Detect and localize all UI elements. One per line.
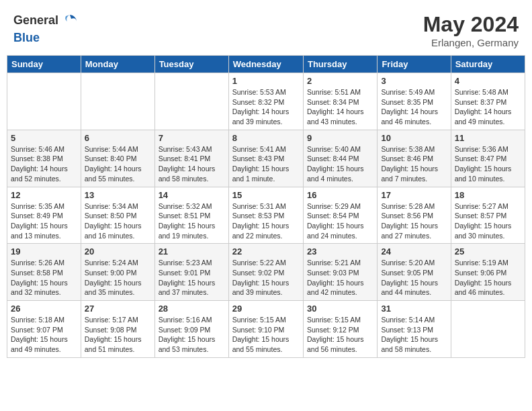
day-cell: 10Sunrise: 5:38 AM Sunset: 8:46 PM Dayli…	[378, 130, 451, 187]
day-info: Sunrise: 5:49 AM Sunset: 8:35 PM Dayligh…	[381, 87, 447, 127]
week-row-4: 19Sunrise: 5:26 AM Sunset: 8:58 PM Dayli…	[7, 244, 525, 301]
day-cell: 26Sunrise: 5:18 AM Sunset: 9:07 PM Dayli…	[7, 301, 81, 358]
day-number: 15	[232, 190, 300, 200]
day-cell: 16Sunrise: 5:29 AM Sunset: 8:54 PM Dayli…	[303, 187, 377, 244]
day-number: 30	[307, 304, 373, 314]
day-number: 27	[85, 304, 151, 314]
day-cell: 2Sunrise: 5:51 AM Sunset: 8:34 PM Daylig…	[303, 73, 377, 130]
day-cell: 13Sunrise: 5:34 AM Sunset: 8:50 PM Dayli…	[81, 187, 154, 244]
day-cell: 27Sunrise: 5:17 AM Sunset: 9:08 PM Dayli…	[81, 301, 154, 358]
day-cell: 24Sunrise: 5:20 AM Sunset: 9:05 PM Dayli…	[378, 244, 451, 301]
day-info: Sunrise: 5:26 AM Sunset: 8:58 PM Dayligh…	[11, 258, 77, 298]
week-row-2: 5Sunrise: 5:46 AM Sunset: 8:38 PM Daylig…	[7, 130, 525, 187]
day-cell: 3Sunrise: 5:49 AM Sunset: 8:35 PM Daylig…	[378, 73, 451, 130]
day-info: Sunrise: 5:35 AM Sunset: 8:49 PM Dayligh…	[11, 201, 77, 241]
column-header-sunday: Sunday	[7, 56, 81, 73]
column-header-friday: Friday	[378, 56, 451, 73]
day-info: Sunrise: 5:53 AM Sunset: 8:32 PM Dayligh…	[232, 87, 300, 127]
day-number: 12	[11, 190, 77, 200]
day-number: 9	[307, 133, 373, 143]
logo-general: General	[13, 13, 58, 27]
day-number: 2	[307, 76, 373, 86]
day-info: Sunrise: 5:51 AM Sunset: 8:34 PM Dayligh…	[307, 87, 373, 127]
day-info: Sunrise: 5:20 AM Sunset: 9:05 PM Dayligh…	[381, 258, 447, 298]
day-info: Sunrise: 5:46 AM Sunset: 8:38 PM Dayligh…	[11, 144, 77, 184]
day-number: 6	[85, 133, 151, 143]
day-number: 31	[381, 304, 447, 314]
day-info: Sunrise: 5:31 AM Sunset: 8:53 PM Dayligh…	[232, 201, 300, 241]
day-cell: 8Sunrise: 5:41 AM Sunset: 8:43 PM Daylig…	[228, 130, 303, 187]
day-cell: 17Sunrise: 5:28 AM Sunset: 8:56 PM Dayli…	[378, 187, 451, 244]
day-cell: 12Sunrise: 5:35 AM Sunset: 8:49 PM Dayli…	[7, 187, 81, 244]
day-info: Sunrise: 5:19 AM Sunset: 9:06 PM Dayligh…	[455, 258, 521, 298]
day-cell: 6Sunrise: 5:44 AM Sunset: 8:40 PM Daylig…	[81, 130, 154, 187]
title-area: May 2024 Erlangen, Germany	[423, 12, 519, 48]
week-row-3: 12Sunrise: 5:35 AM Sunset: 8:49 PM Dayli…	[7, 187, 525, 244]
day-cell: 1Sunrise: 5:53 AM Sunset: 8:32 PM Daylig…	[228, 73, 303, 130]
day-cell: 21Sunrise: 5:23 AM Sunset: 9:01 PM Dayli…	[154, 244, 228, 301]
day-info: Sunrise: 5:36 AM Sunset: 8:47 PM Dayligh…	[455, 144, 521, 184]
day-cell: 23Sunrise: 5:21 AM Sunset: 9:03 PM Dayli…	[303, 244, 377, 301]
day-info: Sunrise: 5:28 AM Sunset: 8:56 PM Dayligh…	[381, 201, 447, 241]
day-number: 18	[455, 190, 521, 200]
day-info: Sunrise: 5:40 AM Sunset: 8:44 PM Dayligh…	[307, 144, 373, 184]
day-info: Sunrise: 5:15 AM Sunset: 9:12 PM Dayligh…	[307, 315, 373, 355]
day-cell: 19Sunrise: 5:26 AM Sunset: 8:58 PM Dayli…	[7, 244, 81, 301]
column-header-tuesday: Tuesday	[154, 56, 228, 73]
day-number: 4	[455, 76, 521, 86]
day-info: Sunrise: 5:17 AM Sunset: 9:08 PM Dayligh…	[85, 315, 151, 355]
day-cell	[451, 301, 525, 358]
day-cell: 4Sunrise: 5:48 AM Sunset: 8:37 PM Daylig…	[451, 73, 525, 130]
day-info: Sunrise: 5:43 AM Sunset: 8:41 PM Dayligh…	[159, 144, 225, 184]
day-info: Sunrise: 5:38 AM Sunset: 8:46 PM Dayligh…	[381, 144, 447, 184]
day-info: Sunrise: 5:22 AM Sunset: 9:02 PM Dayligh…	[232, 258, 300, 298]
day-cell	[81, 73, 154, 130]
day-info: Sunrise: 5:21 AM Sunset: 9:03 PM Dayligh…	[307, 258, 373, 298]
page-header: General Blue May 2024 Erlangen, Germany	[7, 7, 525, 52]
day-number: 22	[232, 246, 300, 257]
day-cell: 18Sunrise: 5:27 AM Sunset: 8:57 PM Dayli…	[451, 187, 525, 244]
day-cell: 25Sunrise: 5:19 AM Sunset: 9:06 PM Dayli…	[451, 244, 525, 301]
day-info: Sunrise: 5:29 AM Sunset: 8:54 PM Dayligh…	[307, 201, 373, 241]
day-info: Sunrise: 5:15 AM Sunset: 9:10 PM Dayligh…	[232, 315, 300, 355]
day-cell: 30Sunrise: 5:15 AM Sunset: 9:12 PM Dayli…	[303, 301, 377, 358]
day-cell	[7, 73, 81, 130]
day-number: 3	[381, 76, 447, 86]
day-cell: 29Sunrise: 5:15 AM Sunset: 9:10 PM Dayli…	[228, 301, 303, 358]
day-info: Sunrise: 5:16 AM Sunset: 9:09 PM Dayligh…	[159, 315, 225, 355]
day-cell: 20Sunrise: 5:24 AM Sunset: 9:00 PM Dayli…	[81, 244, 154, 301]
column-header-saturday: Saturday	[451, 56, 525, 73]
week-row-1: 1Sunrise: 5:53 AM Sunset: 8:32 PM Daylig…	[7, 73, 525, 130]
day-info: Sunrise: 5:18 AM Sunset: 9:07 PM Dayligh…	[11, 315, 77, 355]
day-cell: 11Sunrise: 5:36 AM Sunset: 8:47 PM Dayli…	[451, 130, 525, 187]
logo: General Blue	[13, 12, 79, 45]
day-cell: 5Sunrise: 5:46 AM Sunset: 8:38 PM Daylig…	[7, 130, 81, 187]
day-info: Sunrise: 5:27 AM Sunset: 8:57 PM Dayligh…	[455, 201, 521, 241]
day-cell: 31Sunrise: 5:14 AM Sunset: 9:13 PM Dayli…	[378, 301, 451, 358]
day-number: 16	[307, 190, 373, 200]
day-number: 28	[159, 304, 225, 314]
location-subtitle: Erlangen, Germany	[423, 37, 519, 48]
week-row-5: 26Sunrise: 5:18 AM Sunset: 9:07 PM Dayli…	[7, 301, 525, 358]
day-info: Sunrise: 5:34 AM Sunset: 8:50 PM Dayligh…	[85, 201, 151, 241]
day-number: 13	[85, 190, 151, 200]
logo-blue: Blue	[13, 31, 40, 44]
day-cell: 28Sunrise: 5:16 AM Sunset: 9:09 PM Dayli…	[154, 301, 228, 358]
day-number: 20	[85, 246, 151, 257]
day-number: 10	[381, 133, 447, 143]
day-number: 26	[11, 304, 77, 314]
day-cell: 15Sunrise: 5:31 AM Sunset: 8:53 PM Dayli…	[228, 187, 303, 244]
day-number: 8	[232, 133, 300, 143]
day-cell	[154, 73, 228, 130]
day-number: 5	[11, 133, 77, 143]
column-header-wednesday: Wednesday	[228, 56, 303, 73]
day-number: 23	[307, 246, 373, 257]
day-cell: 14Sunrise: 5:32 AM Sunset: 8:51 PM Dayli…	[154, 187, 228, 244]
month-year-title: May 2024	[423, 12, 519, 37]
day-info: Sunrise: 5:23 AM Sunset: 9:01 PM Dayligh…	[159, 258, 225, 298]
day-number: 11	[455, 133, 521, 143]
day-number: 21	[159, 246, 225, 257]
day-info: Sunrise: 5:48 AM Sunset: 8:37 PM Dayligh…	[455, 87, 521, 127]
calendar-header-row: SundayMondayTuesdayWednesdayThursdayFrid…	[7, 56, 525, 73]
calendar-table: SundayMondayTuesdayWednesdayThursdayFrid…	[7, 55, 525, 358]
